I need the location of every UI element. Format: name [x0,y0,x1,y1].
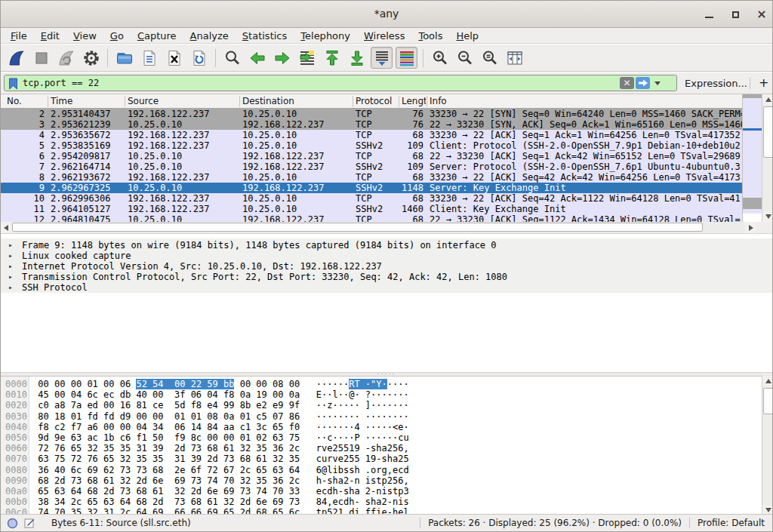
column-header-source[interactable]: Source [128,96,239,106]
toolbar-open-file-button[interactable] [113,47,135,69]
expander-icon[interactable]: ▸ [8,251,13,260]
packet-row-7[interactable]: 72.96216471410.25.0.10192.168.122.237SSH… [1,161,742,172]
capture-comment-icon[interactable] [24,518,35,528]
expression-button[interactable]: Expression... [685,78,747,89]
hex-row-00b0[interactable]: 00b0 38 34 2c 65 63 64 68 2d 73 68 61 32… [1,497,772,507]
detail-line[interactable]: ▸Internet Protocol Version 4, Src: 10.25… [1,261,772,272]
packet-minimap[interactable] [742,94,762,222]
column-header-no[interactable]: No. [7,96,45,106]
column-header-length[interactable]: Length [402,96,426,106]
hex-vscrollbar[interactable] [762,376,773,515]
toolbar-go-back-button[interactable] [246,47,268,69]
column-divider[interactable] [427,96,427,107]
hex-row-00a0[interactable]: 00a0 65 63 64 68 2d 73 68 61 32 2d 6e 69… [1,486,772,497]
packet-row-10[interactable]: 102.962996306192.168.122.23710.25.0.10TC… [1,193,742,204]
filter-dropdown-button[interactable] [652,77,663,89]
packet-list[interactable]: 22.953140437192.168.122.23710.25.0.10TCP… [1,109,742,222]
toolbar-close-file-button[interactable] [163,47,185,69]
hex-row-0080[interactable]: 0080 36 40 6c 69 62 73 73 68 2e 6f 72 67… [1,465,772,475]
packet-row-2[interactable]: 22.953140437192.168.122.23710.25.0.10TCP… [1,109,742,119]
menu-edit[interactable]: Edit [34,29,66,42]
toolbar-reload-file-button[interactable] [188,47,210,69]
menu-telephony[interactable]: Telephony [294,29,357,42]
packet-row-5[interactable]: 52.953835169192.168.122.23710.25.0.10SSH… [1,140,742,151]
packet-list-vscrollbar[interactable] [762,94,773,222]
menu-analyze[interactable]: Analyze [183,29,236,42]
toolbar-zoom-original-button[interactable] [479,47,500,69]
hex-row-0030[interactable]: 0030 80 18 01 fd fd d9 00 00 01 01 08 0a… [1,411,772,422]
scroll-left-icon[interactable] [1,222,11,233]
scroll-right-icon[interactable] [745,222,756,233]
bookmark-icon[interactable] [8,78,18,90]
menu-capture[interactable]: Capture [131,29,183,42]
scroll-up-icon[interactable] [762,94,773,105]
packet-details-pane[interactable]: ▸Frame 9: 1148 bytes on wire (9184 bits)… [1,234,772,372]
menu-help[interactable]: Help [449,29,485,42]
hex-vscroll-thumb[interactable] [763,388,773,414]
packet-row-6[interactable]: 62.95420981710.25.0.10192.168.122.237TCP… [1,151,742,161]
column-header-time[interactable]: Time [51,96,125,106]
toolbar-colorize-button[interactable] [396,47,417,69]
packet-row-3[interactable]: 32.95362123910.25.0.10192.168.122.237TCP… [1,119,742,130]
toolbar-zoom-in-button[interactable] [429,47,451,69]
toolbar-go-forward-button[interactable] [271,47,293,69]
toolbar-stop-capture-button[interactable] [30,47,52,69]
packet-row-12[interactable]: 122.96481047510.25.0.10192.168.122.237TC… [1,214,742,222]
hex-row-0000[interactable]: 0000 00 00 00 01 00 06 52 54 00 22 59 bb… [1,379,772,389]
menu-view[interactable]: View [66,29,103,42]
toolbar-capture-options-button[interactable] [80,47,102,69]
packet-row-4[interactable]: 42.953635672192.168.122.23710.25.0.10TCP… [1,130,742,140]
clear-filter-button[interactable]: ✕ [620,77,634,89]
toolbar-go-to-packet-button[interactable] [296,47,318,69]
hex-row-0060[interactable]: 0060 72 76 65 32 35 35 31 39 2d 73 68 61… [1,443,772,454]
packet-row-8[interactable]: 82.962193672192.168.122.23710.25.0.10TCP… [1,172,742,183]
detail-line[interactable]: ▸Linux cooked capture [1,251,772,261]
toolbar-restart-capture-button[interactable] [55,47,77,69]
hscroll-thumb[interactable] [12,223,703,232]
packet-row-9-selected[interactable]: 92.96296732510.25.0.10192.168.122.237SSH… [1,183,742,193]
hex-row-0070[interactable]: 0070 63 75 72 76 65 32 35 35 31 39 2d 73… [1,454,772,464]
expander-icon[interactable]: ▸ [8,272,13,281]
toolbar-go-last-button[interactable] [346,47,368,69]
hex-dump-pane[interactable]: 0000 00 00 00 01 00 06 52 54 00 22 59 bb… [1,376,772,515]
hex-row-0040[interactable]: 0040 f8 c2 f7 a6 00 00 04 34 06 14 84 aa… [1,422,772,432]
toolbar-find-packet-button[interactable] [221,47,243,69]
column-divider[interactable] [353,96,353,107]
maximize-icon[interactable] [728,7,743,22]
column-divider[interactable] [48,96,48,107]
column-header-protocol[interactable]: Protocol [356,96,399,106]
column-header-destination[interactable]: Destination [242,96,353,106]
menu-wireless[interactable]: Wireless [357,29,411,42]
menu-statistics[interactable]: Statistics [236,29,294,42]
close-icon[interactable]: × [754,7,769,22]
profile-text[interactable]: Profile: Default [698,518,765,528]
column-header-info[interactable]: Info [430,96,739,106]
menu-go[interactable]: Go [103,29,131,42]
toolbar-auto-scroll-button[interactable] [371,47,393,69]
hex-scroll-up-icon[interactable] [762,376,773,386]
menu-tools[interactable]: Tools [411,29,449,42]
detail-line[interactable]: ▸Transmission Control Protocol, Src Port… [1,272,772,282]
toolbar-save-file-button[interactable] [138,47,160,69]
display-filter-input[interactable]: tcp.port == 22 ✕ [4,75,677,91]
scroll-down-icon[interactable] [762,211,773,222]
expander-icon[interactable]: ▸ [8,283,13,291]
packet-row-11[interactable]: 112.964105127192.168.122.23710.25.0.10SS… [1,204,742,214]
add-filter-button[interactable]: + [759,75,768,90]
apply-filter-button[interactable] [636,77,650,89]
hex-row-0020[interactable]: 0020 c0 a8 7a ed 00 16 81 ce 5d f8 e4 99… [1,400,772,411]
column-divider[interactable] [239,96,240,107]
column-divider[interactable] [125,96,125,107]
detail-line[interactable]: ▸Frame 9: 1148 bytes on wire (9184 bits)… [1,240,772,251]
expander-icon[interactable]: ▸ [8,262,13,270]
vscroll-thumb[interactable] [763,106,773,158]
hex-row-0050[interactable]: 0050 9d 9e 63 ac 1b c6 f1 50 f9 8c 00 00… [1,432,772,443]
expert-info-icon[interactable] [7,518,18,529]
hex-row-0090[interactable]: 0090 68 2d 73 68 61 32 2d 6e 69 73 74 70… [1,475,772,486]
toolbar-go-first-button[interactable] [321,47,343,69]
toolbar-resize-columns-button[interactable] [504,47,525,69]
minimize-icon[interactable] [701,7,716,22]
hex-row-0010[interactable]: 0010 45 00 04 6c ec db 40 00 3f 06 04 f8… [1,389,772,400]
column-divider[interactable] [399,96,399,107]
toolbar-start-capture-button[interactable] [5,47,27,69]
